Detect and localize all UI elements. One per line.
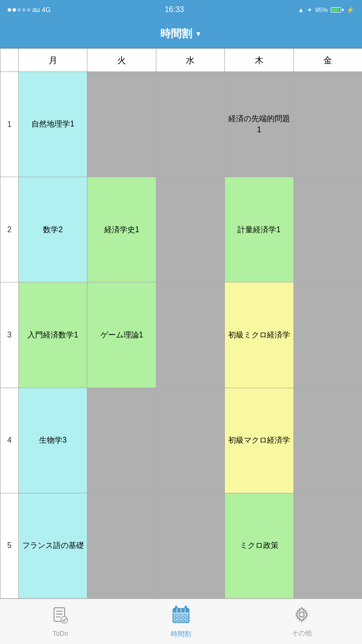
period-label-1: 1: [0, 72, 19, 177]
status-bar: au 4G 16:33 ▲ ✦ 95% ⚡: [0, 0, 362, 19]
class-cell[interactable]: [156, 493, 224, 598]
signal-dot: [8, 8, 11, 12]
class-cell[interactable]: [293, 493, 362, 598]
tab-timetable[interactable]: 時間割: [133, 605, 229, 639]
signal-dot: [17, 8, 21, 12]
signal-dot: [27, 8, 30, 12]
period-label-3: 3: [0, 282, 19, 388]
period-label-5: 5: [0, 493, 19, 598]
status-right: ▲ ✦ 95% ⚡: [298, 6, 354, 14]
svg-point-21: [182, 617, 184, 618]
class-cell[interactable]: ゲーム理論1: [87, 282, 156, 388]
svg-point-18: [186, 614, 188, 615]
page-title: 時間割: [160, 27, 192, 41]
tab-todo[interactable]: ToDo: [12, 606, 109, 637]
class-cell[interactable]: 入門経済数学1: [19, 282, 87, 388]
period-row-1: 1 自然地理学1 経済の先端的問題1: [0, 72, 362, 177]
class-cell[interactable]: 計量経済学1: [225, 177, 293, 282]
tab-todo-label: ToDo: [53, 630, 69, 637]
svg-point-17: [182, 614, 184, 615]
svg-point-22: [186, 617, 188, 618]
class-cell[interactable]: [293, 177, 362, 282]
class-cell[interactable]: [156, 177, 224, 282]
class-cell[interactable]: 経済学史1: [87, 177, 156, 282]
signal-dot: [22, 8, 26, 12]
timetable: 月 火 水 木 金 1 自然地理学1 経済の先端的問題1 2 数学2 経済学史1: [0, 48, 362, 599]
dropdown-arrow[interactable]: ▼: [195, 30, 202, 38]
tab-other[interactable]: その他: [253, 606, 350, 638]
day-wed: 水: [156, 49, 224, 72]
period-row-5: 5 フランス語の基礎 ミクロ政策: [0, 493, 362, 598]
period-label-4: 4: [0, 388, 19, 493]
signal-dot: [13, 8, 16, 12]
status-left: au 4G: [8, 6, 51, 14]
svg-point-25: [182, 620, 184, 622]
bluetooth-icon: ✦: [307, 6, 312, 14]
svg-point-19: [174, 617, 176, 618]
class-cell[interactable]: [87, 72, 156, 177]
class-cell[interactable]: [87, 388, 156, 493]
period-row-2: 2 数学2 経済学史1 計量経済学1: [0, 177, 362, 282]
day-thu: 木: [225, 49, 293, 72]
todo-icon: [52, 606, 69, 628]
class-cell[interactable]: [293, 388, 362, 493]
signal-dots: [8, 8, 30, 12]
class-cell[interactable]: 経済の先端的問題1: [225, 72, 293, 177]
class-cell[interactable]: [156, 388, 224, 493]
class-cell[interactable]: [156, 282, 224, 388]
day-header-row: 月 火 水 木 金: [0, 49, 362, 72]
location-icon: ▲: [298, 6, 304, 14]
timetable-container: 月 火 水 木 金 1 自然地理学1 経済の先端的問題1 2 数学2 経済学史1: [0, 48, 362, 599]
svg-point-26: [186, 620, 188, 622]
battery-percent: 95%: [315, 6, 328, 14]
corner-cell: [0, 49, 19, 72]
svg-point-16: [178, 614, 180, 615]
battery-indicator: [331, 7, 344, 13]
svg-point-27: [299, 612, 304, 617]
day-fri: 金: [293, 49, 362, 72]
class-cell[interactable]: フランス語の基礎: [19, 493, 87, 598]
class-cell[interactable]: 初級ミクロ経済学: [225, 282, 293, 388]
timetable-icon: [171, 605, 191, 628]
period-label-2: 2: [0, 177, 19, 282]
status-time: 16:33: [165, 5, 184, 14]
svg-point-20: [178, 617, 180, 618]
charging-icon: ⚡: [347, 6, 354, 14]
class-cell[interactable]: 自然地理学1: [19, 72, 87, 177]
day-tue: 火: [87, 49, 156, 72]
class-cell[interactable]: 初級マクロ経済学: [225, 388, 293, 493]
gear-icon: [293, 606, 310, 627]
svg-point-23: [174, 620, 176, 622]
day-mon: 月: [19, 49, 87, 72]
tab-timetable-label: 時間割: [171, 630, 191, 639]
class-cell[interactable]: [156, 72, 224, 177]
tab-other-label: その他: [292, 629, 312, 638]
carrier-label: au: [32, 6, 40, 14]
class-cell[interactable]: 数学2: [19, 177, 87, 282]
class-cell[interactable]: [87, 493, 156, 598]
period-row-4: 4 生物学3 初級マクロ経済学: [0, 388, 362, 493]
svg-point-24: [178, 620, 180, 622]
svg-point-15: [174, 614, 176, 615]
class-cell[interactable]: [293, 282, 362, 388]
network-label: 4G: [42, 6, 51, 14]
header: 時間割 ▼: [0, 19, 362, 48]
class-cell[interactable]: 生物学3: [19, 388, 87, 493]
period-row-3: 3 入門経済数学1 ゲーム理論1 初級ミクロ経済学: [0, 282, 362, 388]
class-cell[interactable]: ミクロ政策: [225, 493, 293, 598]
class-cell[interactable]: [293, 72, 362, 177]
tab-bar: ToDo: [0, 599, 362, 644]
